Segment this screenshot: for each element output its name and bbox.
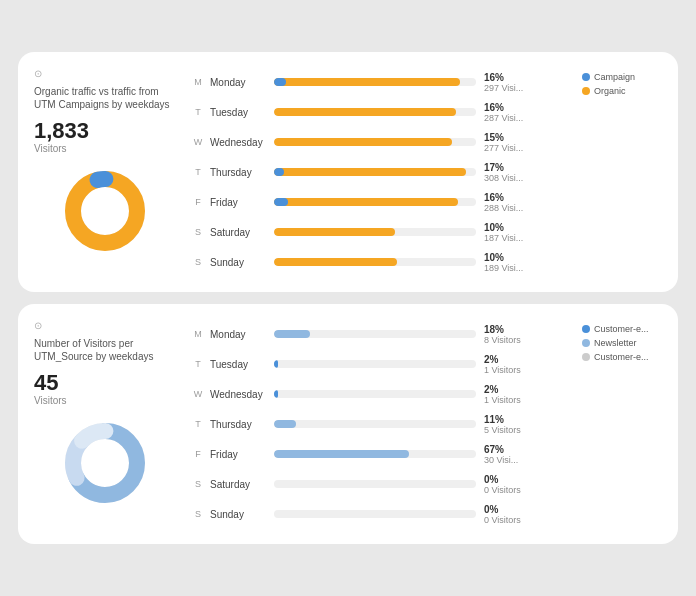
left-panel-2: ⊙ Number of Visitors per UTM_Source by w…: [34, 320, 184, 528]
bar-fill-orange: [274, 108, 456, 116]
bar-track: [274, 258, 476, 266]
bar-fill: [274, 450, 409, 458]
left-panel-1: ⊙ Organic traffic vs traffic from UTM Ca…: [34, 68, 184, 276]
day-name: Friday: [210, 197, 268, 208]
bar-fill: [274, 420, 296, 428]
day-letter: T: [192, 167, 204, 177]
legend-dot-newsletter: [582, 339, 590, 347]
bar-fill: [274, 360, 278, 368]
stat-row: 10% 189 Visi...: [484, 248, 574, 276]
legend-dot-customer2: [582, 353, 590, 361]
stat-row: 16% 288 Visi...: [484, 188, 574, 216]
legend-item-organic: Organic: [582, 86, 662, 96]
legend-label-newsletter: Newsletter: [594, 338, 637, 348]
clock-icon-2: ⊙: [34, 320, 42, 331]
stat-visitors: 1 Visitors: [484, 395, 574, 405]
legend-item-customer1: Customer-e...: [582, 324, 662, 334]
stat-pct: 2%: [484, 384, 574, 395]
legend-label-customer2: Customer-e...: [594, 352, 649, 362]
bar-track: [274, 108, 476, 116]
clock-icon: ⊙: [34, 68, 42, 79]
stat-visitors: 308 Visi...: [484, 173, 574, 183]
day-letter: T: [192, 419, 204, 429]
stat-visitors: 0 Visitors: [484, 485, 574, 495]
bar-track: [274, 198, 476, 206]
table-row: T Thursday: [192, 158, 476, 186]
stat-pct: 17%: [484, 162, 574, 173]
card2-donut: [60, 418, 150, 508]
stat-visitors: 288 Visi...: [484, 203, 574, 213]
card1-legend: Campaign Organic: [582, 68, 662, 276]
stat-pct: 15%: [484, 132, 574, 143]
bar-track: [274, 168, 476, 176]
stat-visitors: 277 Visi...: [484, 143, 574, 153]
day-name: Thursday: [210, 419, 268, 430]
day-letter: W: [192, 137, 204, 147]
bar-track: [274, 420, 476, 428]
legend-label-campaign: Campaign: [594, 72, 635, 82]
stat-pct: 11%: [484, 414, 574, 425]
day-letter: S: [192, 509, 204, 519]
bar-fill-orange: [274, 228, 395, 236]
bar-fill: [274, 390, 278, 398]
day-letter: T: [192, 107, 204, 117]
card2-legend: Customer-e... Newsletter Customer-e...: [582, 320, 662, 528]
day-name: Thursday: [210, 167, 268, 178]
stat-pct: 10%: [484, 222, 574, 233]
stat-pct: 18%: [484, 324, 574, 335]
day-name: Monday: [210, 329, 268, 340]
stat-visitors: 187 Visi...: [484, 233, 574, 243]
bar-track: [274, 138, 476, 146]
stat-row: 0% 0 Visitors: [484, 470, 574, 498]
table-row: T Tuesday: [192, 98, 476, 126]
stat-visitors: 297 Visi...: [484, 83, 574, 93]
card1-stats: 16% 297 Visi... 16% 287 Visi... 15% 277 …: [484, 68, 574, 276]
stat-visitors: 30 Visi...: [484, 455, 574, 465]
bar-fill-blue: [274, 78, 286, 86]
bar-fill-orange: [274, 198, 458, 206]
stat-row: 67% 30 Visi...: [484, 440, 574, 468]
legend-dot-customer1: [582, 325, 590, 333]
day-name: Wednesday: [210, 137, 268, 148]
stat-row: 2% 1 Visitors: [484, 380, 574, 408]
stat-pct: 0%: [484, 474, 574, 485]
bar-fill-blue: [274, 198, 288, 206]
stat-row: 0% 0 Visitors: [484, 500, 574, 528]
bar-track: [274, 450, 476, 458]
day-letter: T: [192, 359, 204, 369]
day-letter: F: [192, 449, 204, 459]
table-row: S Sunday: [192, 248, 476, 276]
bar-track: [274, 480, 476, 488]
svg-point-1: [73, 179, 137, 243]
day-letter: M: [192, 77, 204, 87]
stat-visitors: 287 Visi...: [484, 113, 574, 123]
day-name: Sunday: [210, 257, 268, 268]
day-letter: F: [192, 197, 204, 207]
stat-visitors: 8 Visitors: [484, 335, 574, 345]
day-name: Friday: [210, 449, 268, 460]
card2-bars: M Monday T Tuesday W Wednesday T Thursda…: [192, 320, 476, 528]
bar-fill-orange: [274, 78, 460, 86]
table-row: M Monday: [192, 68, 476, 96]
card2-total: 45: [34, 371, 58, 395]
stat-pct: 10%: [484, 252, 574, 263]
card1-title: Organic traffic vs traffic from UTM Camp…: [34, 85, 176, 111]
bar-track: [274, 360, 476, 368]
bar-fill-blue: [274, 168, 284, 176]
card1-donut: [60, 166, 150, 256]
bar-track: [274, 510, 476, 518]
legend-item-customer2: Customer-e...: [582, 352, 662, 362]
day-name: Wednesday: [210, 389, 268, 400]
table-row: M Monday: [192, 320, 476, 348]
legend-label-customer1: Customer-e...: [594, 324, 649, 334]
day-letter: W: [192, 389, 204, 399]
day-name: Saturday: [210, 227, 268, 238]
day-name: Tuesday: [210, 359, 268, 370]
day-name: Sunday: [210, 509, 268, 520]
stat-row: 16% 287 Visi...: [484, 98, 574, 126]
day-name: Saturday: [210, 479, 268, 490]
stat-visitors: 1 Visitors: [484, 365, 574, 375]
table-row: S Saturday: [192, 470, 476, 498]
stat-visitors: 5 Visitors: [484, 425, 574, 435]
table-row: W Wednesday: [192, 380, 476, 408]
